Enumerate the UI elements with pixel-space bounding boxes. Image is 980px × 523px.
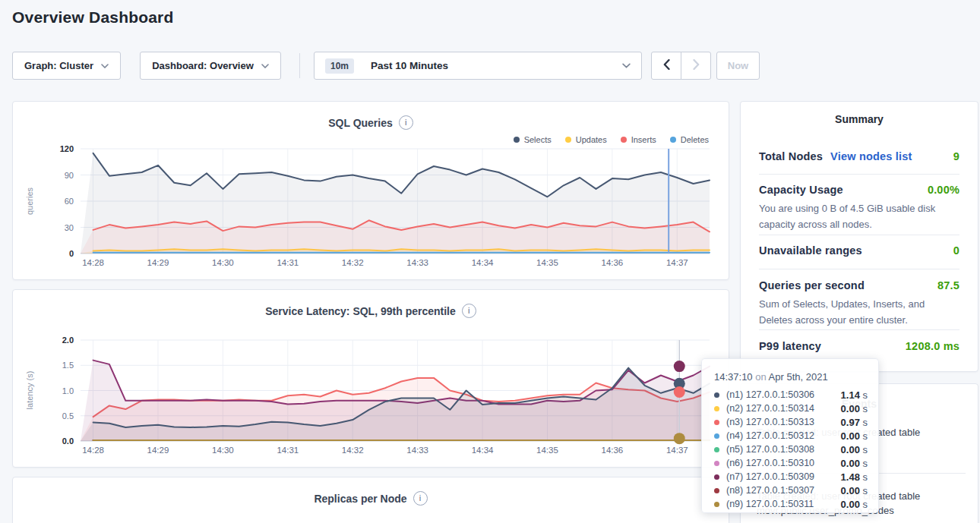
- tooltip-node-address: (n8) 127.0.0.1:50307: [726, 485, 814, 496]
- time-range-badge: 10m: [325, 58, 354, 74]
- service-latency-chart[interactable]: 0.00.51.01.52.014:2814:2914:3014:3114:32…: [13, 290, 729, 467]
- tooltip-node-address: (n9) 127.0.0.1:50311: [726, 499, 814, 509]
- svg-text:14:30: 14:30: [212, 258, 234, 267]
- tooltip-node-row: (n4) 127.0.0.1:503120.00 s: [714, 429, 868, 443]
- x-tick-labels: 14:2814:2914:3014:3114:3214:3314:3414:35…: [82, 258, 688, 267]
- node-series-dot-icon: [714, 461, 719, 466]
- svg-text:14:31: 14:31: [277, 258, 299, 267]
- summary-row-main: Queries per second87.5: [759, 279, 959, 291]
- info-icon[interactable]: i: [413, 491, 428, 506]
- summary-row-value: 0: [953, 244, 959, 257]
- tooltip-node-address: (n7) 127.0.0.1:50309: [726, 471, 814, 482]
- svg-text:120: 120: [60, 144, 74, 153]
- svg-text:60: 60: [65, 197, 74, 206]
- svg-text:0.0: 0.0: [62, 436, 74, 446]
- summary-row-value: 9: [953, 150, 959, 162]
- tooltip-value-unit: s: [863, 444, 868, 455]
- summary-row-main: Capacity Usage0.00%: [759, 184, 959, 196]
- tooltip-node-row: (n6) 127.0.0.1:503100.00 s: [714, 456, 868, 470]
- svg-text:90: 90: [65, 171, 74, 180]
- svg-text:14:33: 14:33: [406, 446, 428, 455]
- tooltip-node-value: 0.00 s: [841, 444, 868, 455]
- graph-selector-dropdown[interactable]: Graph: Cluster: [12, 52, 121, 80]
- time-step-buttons: [651, 52, 711, 80]
- summary-row-main: Unavailable ranges0: [759, 244, 959, 257]
- tooltip-node-row: (n9) 127.0.0.1:503110.00 s: [714, 497, 868, 511]
- tooltip-value-unit: s: [863, 471, 868, 483]
- time-range-picker[interactable]: 10m Past 10 Minutes: [314, 52, 642, 80]
- svg-text:14:37: 14:37: [666, 258, 688, 267]
- svg-text:14:29: 14:29: [147, 258, 169, 267]
- svg-text:14:34: 14:34: [472, 258, 494, 267]
- svg-text:0.5: 0.5: [62, 411, 74, 421]
- svg-text:14:28: 14:28: [82, 446, 104, 455]
- summary-row-value: 0.00%: [928, 184, 959, 196]
- summary-divider: [759, 235, 959, 235]
- tooltip-node-value: 0.00 s: [841, 485, 868, 496]
- summary-divider: [759, 174, 959, 175]
- svg-text:14:33: 14:33: [406, 258, 428, 267]
- chevron-left-icon: [663, 59, 670, 72]
- tooltip-node-row: (n7) 127.0.0.1:503091.48 s: [714, 470, 868, 484]
- svg-text:14:32: 14:32: [342, 258, 364, 267]
- graph-selector-label: Graph: Cluster: [24, 60, 93, 71]
- node-series-dot-icon: [714, 502, 719, 507]
- svg-text:2.0: 2.0: [62, 336, 74, 345]
- time-next-button[interactable]: [681, 52, 711, 80]
- chevron-down-icon: [261, 64, 269, 68]
- y-tick-labels: 0306090120: [60, 144, 74, 258]
- tooltip-node-value: 0.00 s: [841, 403, 868, 414]
- service-latency-chart-card: Service Latency: SQL, 99th percentile i …: [12, 289, 729, 468]
- node-series-dot-icon: [714, 406, 719, 411]
- svg-text:14:37: 14:37: [666, 446, 688, 455]
- summary-row-main: Total NodesView nodes list9: [759, 150, 959, 162]
- y-tick-labels: 0.00.51.01.52.0: [62, 336, 74, 446]
- summary-row-label: Unavailable ranges: [759, 244, 862, 257]
- tooltip-node-row: (n3) 127.0.0.1:503130.97 s: [714, 415, 868, 429]
- tooltip-node-value: 1.48 s: [841, 471, 868, 483]
- now-button[interactable]: Now: [716, 52, 760, 80]
- summary-title: Summary: [741, 113, 978, 125]
- sql-queries-chart[interactable]: 030609012014:2814:2914:3014:3114:3214:33…: [13, 102, 729, 279]
- tooltip-value-unit: s: [863, 417, 868, 428]
- time-prev-button[interactable]: [651, 52, 681, 80]
- tooltip-node-address: (n5) 127.0.0.1:50308: [726, 444, 814, 455]
- summary-row-label: Total Nodes: [759, 150, 823, 162]
- summary-row-value: 1208.0 ms: [906, 340, 959, 352]
- summary-row-subtext: Sum of Selects, Updates, Inserts, and De…: [759, 296, 959, 328]
- tooltip-node-address: (n6) 127.0.0.1:50310: [726, 458, 814, 468]
- view-nodes-list-link[interactable]: View nodes list: [830, 150, 912, 162]
- tooltip-value-unit: s: [863, 403, 868, 414]
- svg-text:14:36: 14:36: [601, 446, 623, 455]
- svg-text:14:34: 14:34: [472, 446, 494, 455]
- svg-text:0: 0: [69, 249, 74, 258]
- svg-text:14:35: 14:35: [536, 446, 558, 455]
- svg-text:14:30: 14:30: [212, 446, 234, 455]
- time-range-label: Past 10 Minutes: [371, 60, 448, 71]
- tooltip-node-row: (n5) 127.0.0.1:503080.00 s: [714, 443, 868, 456]
- tooltip-node-address: (n3) 127.0.0.1:50313: [726, 417, 814, 427]
- page-title: Overview Dashboard: [12, 8, 174, 27]
- summary-divider: [759, 329, 959, 330]
- node-series-dot-icon: [714, 420, 719, 425]
- tooltip-node-value: 0.00 s: [841, 499, 868, 510]
- dashboard-selector-label: Dashboard: Overview: [152, 60, 254, 71]
- svg-text:30: 30: [65, 223, 74, 232]
- summary-row: Unavailable ranges0: [759, 244, 959, 257]
- summary-row: Queries per second87.5Sum of Selects, Up…: [759, 279, 959, 328]
- summary-row-label: P99 latency: [759, 340, 821, 352]
- chevron-down-icon: [101, 64, 109, 68]
- tooltip-node-value: 0.00 s: [841, 458, 868, 469]
- tooltip-value-unit: s: [863, 499, 868, 510]
- chevron-down-icon: [622, 63, 631, 68]
- summary-row-value: 87.5: [937, 279, 959, 291]
- dashboard-selector-dropdown[interactable]: Dashboard: Overview: [140, 52, 281, 80]
- tooltip-node-address: (n4) 127.0.0.1:50312: [726, 430, 814, 441]
- tooltip-timestamp: 14:37:10 on Apr 5th, 2021: [714, 371, 828, 383]
- chart-series: [81, 153, 710, 254]
- summary-row-subtext: You are using 0 B of 4.5 GiB usable disk…: [759, 200, 959, 232]
- node-series-dot-icon: [714, 392, 719, 398]
- svg-text:1.0: 1.0: [62, 386, 74, 395]
- sql-queries-chart-card: SQL Queries i SelectsUpdatesInsertsDelet…: [12, 101, 729, 280]
- x-tick-labels: 14:2814:2914:3014:3114:3214:3314:3414:35…: [82, 446, 688, 455]
